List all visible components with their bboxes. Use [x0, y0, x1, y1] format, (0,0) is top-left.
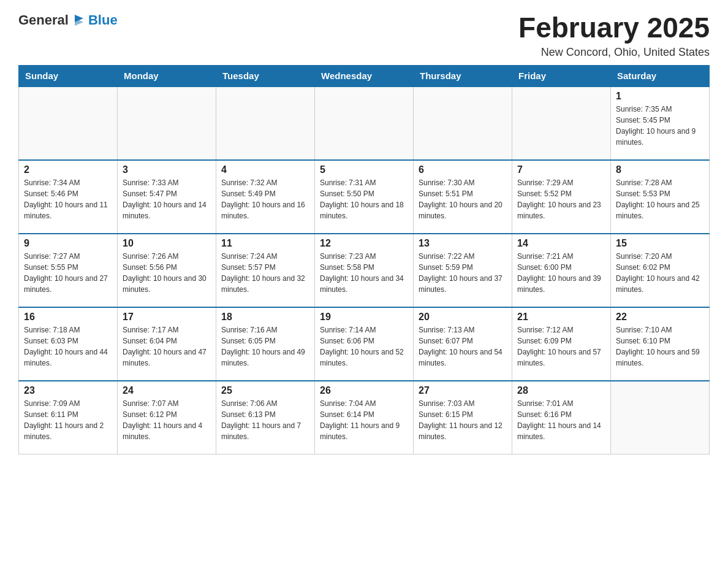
calendar-cell — [414, 86, 512, 160]
calendar-cell: 23Sunrise: 7:09 AM Sunset: 6:11 PM Dayli… — [19, 381, 118, 454]
day-number: 8 — [616, 164, 704, 175]
day-info: Sunrise: 7:03 AM Sunset: 6:15 PM Dayligh… — [419, 398, 507, 442]
calendar-cell: 19Sunrise: 7:14 AM Sunset: 6:06 PM Dayli… — [315, 307, 414, 381]
header-monday: Monday — [118, 65, 216, 86]
week-row-2: 2Sunrise: 7:34 AM Sunset: 5:46 PM Daylig… — [19, 160, 710, 234]
day-info: Sunrise: 7:20 AM Sunset: 6:02 PM Dayligh… — [616, 251, 704, 295]
day-number: 27 — [419, 385, 507, 396]
day-info: Sunrise: 7:34 AM Sunset: 5:46 PM Dayligh… — [24, 177, 112, 221]
logo-general-text: General — [18, 12, 69, 28]
calendar-cell — [118, 86, 216, 160]
calendar-cell: 14Sunrise: 7:21 AM Sunset: 6:00 PM Dayli… — [512, 234, 611, 307]
calendar-cell: 27Sunrise: 7:03 AM Sunset: 6:15 PM Dayli… — [414, 381, 512, 454]
day-number: 18 — [221, 312, 309, 323]
day-info: Sunrise: 7:01 AM Sunset: 6:16 PM Dayligh… — [517, 398, 605, 442]
day-info: Sunrise: 7:12 AM Sunset: 6:09 PM Dayligh… — [517, 324, 605, 369]
header-thursday: Thursday — [414, 65, 512, 86]
day-number: 20 — [419, 312, 507, 323]
day-number: 3 — [123, 164, 211, 175]
day-info: Sunrise: 7:23 AM Sunset: 5:58 PM Dayligh… — [320, 251, 408, 295]
calendar-cell — [512, 86, 611, 160]
day-info: Sunrise: 7:32 AM Sunset: 5:49 PM Dayligh… — [221, 177, 309, 221]
day-info: Sunrise: 7:10 AM Sunset: 6:10 PM Dayligh… — [616, 324, 704, 369]
week-row-3: 9Sunrise: 7:27 AM Sunset: 5:55 PM Daylig… — [19, 234, 710, 307]
day-number: 9 — [24, 238, 112, 249]
day-number: 10 — [123, 238, 211, 249]
calendar-cell: 1Sunrise: 7:35 AM Sunset: 5:45 PM Daylig… — [611, 86, 710, 160]
day-number: 21 — [517, 312, 605, 323]
day-info: Sunrise: 7:09 AM Sunset: 6:11 PM Dayligh… — [24, 398, 112, 442]
day-number: 16 — [24, 312, 112, 323]
day-number: 28 — [517, 385, 605, 396]
calendar-cell: 26Sunrise: 7:04 AM Sunset: 6:14 PM Dayli… — [315, 381, 414, 454]
day-number: 22 — [616, 312, 704, 323]
day-number: 14 — [517, 238, 605, 249]
day-info: Sunrise: 7:14 AM Sunset: 6:06 PM Dayligh… — [320, 324, 408, 369]
calendar-cell: 5Sunrise: 7:31 AM Sunset: 5:50 PM Daylig… — [315, 160, 414, 234]
day-info: Sunrise: 7:24 AM Sunset: 5:57 PM Dayligh… — [221, 251, 309, 295]
day-info: Sunrise: 7:30 AM Sunset: 5:51 PM Dayligh… — [419, 177, 507, 221]
day-number: 17 — [123, 312, 211, 323]
day-info: Sunrise: 7:18 AM Sunset: 6:03 PM Dayligh… — [24, 324, 112, 369]
day-info: Sunrise: 7:31 AM Sunset: 5:50 PM Dayligh… — [320, 177, 408, 221]
location-subtitle: New Concord, Ohio, United States — [518, 46, 710, 59]
calendar-cell: 24Sunrise: 7:07 AM Sunset: 6:12 PM Dayli… — [118, 381, 216, 454]
page-header: General Blue February 2025 New Concord, … — [18, 12, 710, 59]
day-info: Sunrise: 7:35 AM Sunset: 5:45 PM Dayligh… — [616, 104, 704, 148]
calendar-cell: 8Sunrise: 7:28 AM Sunset: 5:53 PM Daylig… — [611, 160, 710, 234]
calendar-cell: 11Sunrise: 7:24 AM Sunset: 5:57 PM Dayli… — [216, 234, 315, 307]
calendar-cell: 28Sunrise: 7:01 AM Sunset: 6:16 PM Dayli… — [512, 381, 611, 454]
week-row-5: 23Sunrise: 7:09 AM Sunset: 6:11 PM Dayli… — [19, 381, 710, 454]
day-number: 15 — [616, 238, 704, 249]
calendar-cell: 25Sunrise: 7:06 AM Sunset: 6:13 PM Dayli… — [216, 381, 315, 454]
calendar-cell: 22Sunrise: 7:10 AM Sunset: 6:10 PM Dayli… — [611, 307, 710, 381]
calendar-cell: 3Sunrise: 7:33 AM Sunset: 5:47 PM Daylig… — [118, 160, 216, 234]
header-saturday: Saturday — [611, 65, 710, 86]
day-number: 7 — [517, 164, 605, 175]
calendar-cell — [315, 86, 414, 160]
day-info: Sunrise: 7:33 AM Sunset: 5:47 PM Dayligh… — [123, 177, 211, 221]
day-number: 13 — [419, 238, 507, 249]
day-number: 26 — [320, 385, 408, 396]
header-tuesday: Tuesday — [216, 65, 315, 86]
day-number: 4 — [221, 164, 309, 175]
calendar-table: SundayMondayTuesdayWednesdayThursdayFrid… — [18, 65, 710, 455]
calendar-cell: 15Sunrise: 7:20 AM Sunset: 6:02 PM Dayli… — [611, 234, 710, 307]
day-number: 19 — [320, 312, 408, 323]
logo: General Blue — [18, 12, 118, 28]
calendar-cell: 17Sunrise: 7:17 AM Sunset: 6:04 PM Dayli… — [118, 307, 216, 381]
day-info: Sunrise: 7:22 AM Sunset: 5:59 PM Dayligh… — [419, 251, 507, 295]
day-number: 12 — [320, 238, 408, 249]
day-info: Sunrise: 7:26 AM Sunset: 5:56 PM Dayligh… — [123, 251, 211, 295]
calendar-cell — [19, 86, 118, 160]
day-number: 25 — [221, 385, 309, 396]
header-sunday: Sunday — [19, 65, 118, 86]
calendar-cell — [216, 86, 315, 160]
logo-blue-text: Blue — [88, 12, 118, 28]
day-info: Sunrise: 7:29 AM Sunset: 5:52 PM Dayligh… — [517, 177, 605, 221]
day-info: Sunrise: 7:13 AM Sunset: 6:07 PM Dayligh… — [419, 324, 507, 369]
title-section: February 2025 New Concord, Ohio, United … — [518, 12, 710, 59]
calendar-cell: 2Sunrise: 7:34 AM Sunset: 5:46 PM Daylig… — [19, 160, 118, 234]
day-number: 24 — [123, 385, 211, 396]
day-info: Sunrise: 7:07 AM Sunset: 6:12 PM Dayligh… — [123, 398, 211, 442]
day-number: 23 — [24, 385, 112, 396]
calendar-header-row: SundayMondayTuesdayWednesdayThursdayFrid… — [19, 65, 710, 86]
day-info: Sunrise: 7:06 AM Sunset: 6:13 PM Dayligh… — [221, 398, 309, 442]
month-title: February 2025 — [518, 12, 710, 44]
week-row-4: 16Sunrise: 7:18 AM Sunset: 6:03 PM Dayli… — [19, 307, 710, 381]
calendar-cell: 12Sunrise: 7:23 AM Sunset: 5:58 PM Dayli… — [315, 234, 414, 307]
calendar-cell: 13Sunrise: 7:22 AM Sunset: 5:59 PM Dayli… — [414, 234, 512, 307]
calendar-cell — [611, 381, 710, 454]
calendar-cell: 21Sunrise: 7:12 AM Sunset: 6:09 PM Dayli… — [512, 307, 611, 381]
calendar-cell: 9Sunrise: 7:27 AM Sunset: 5:55 PM Daylig… — [19, 234, 118, 307]
day-info: Sunrise: 7:27 AM Sunset: 5:55 PM Dayligh… — [24, 251, 112, 295]
calendar-cell: 7Sunrise: 7:29 AM Sunset: 5:52 PM Daylig… — [512, 160, 611, 234]
calendar-cell: 4Sunrise: 7:32 AM Sunset: 5:49 PM Daylig… — [216, 160, 315, 234]
calendar-cell: 6Sunrise: 7:30 AM Sunset: 5:51 PM Daylig… — [414, 160, 512, 234]
day-number: 11 — [221, 238, 309, 249]
calendar-cell: 10Sunrise: 7:26 AM Sunset: 5:56 PM Dayli… — [118, 234, 216, 307]
day-info: Sunrise: 7:28 AM Sunset: 5:53 PM Dayligh… — [616, 177, 704, 221]
day-info: Sunrise: 7:04 AM Sunset: 6:14 PM Dayligh… — [320, 398, 408, 442]
day-number: 1 — [616, 91, 704, 102]
